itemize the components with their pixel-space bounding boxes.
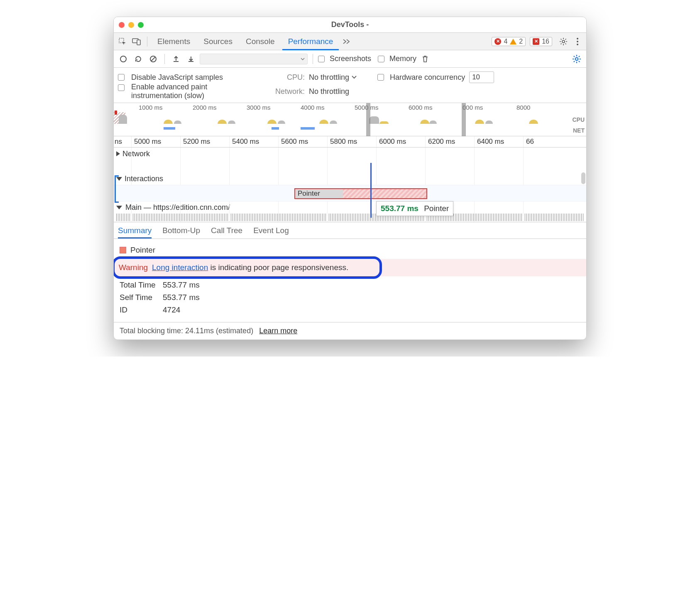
disable-js-checkbox[interactable]: Disable JavaScript samples	[118, 73, 259, 82]
tab-call-tree[interactable]: Call Tree	[211, 226, 242, 239]
checkbox-icon	[118, 84, 125, 91]
divider	[147, 37, 147, 47]
collapse-icon	[116, 177, 122, 181]
time-cursor[interactable]	[370, 163, 372, 218]
record-icon[interactable]	[117, 53, 130, 65]
tab-bottom-up[interactable]: Bottom-Up	[162, 226, 200, 239]
clear-icon[interactable]	[147, 53, 159, 65]
hover-tooltip: 553.77 ms Pointer	[376, 201, 453, 216]
devtools-tabbar: Elements Sources Console Performance ✕ 4…	[114, 33, 586, 50]
long-interaction-link[interactable]: Long interaction	[152, 263, 208, 272]
divider	[164, 54, 165, 64]
network-throttling-select[interactable]: No throttling	[309, 87, 349, 96]
trash-icon[interactable]	[419, 53, 431, 65]
svg-point-7	[120, 56, 126, 62]
interactions-lane[interactable]: Pointer 553.77 ms Pointer	[114, 185, 586, 202]
flame-ruler[interactable]: ns5000 ms 5200 ms5400 ms 5600 ms5800 ms …	[114, 136, 586, 148]
memory-label: Memory	[389, 54, 416, 63]
self-time-row: Self Time 553.77 ms	[120, 293, 580, 302]
interactions-track-header[interactable]: Interactions	[114, 172, 586, 185]
svg-point-3	[562, 40, 565, 43]
tab-event-log[interactable]: Event Log	[253, 226, 289, 239]
traffic-lights	[119, 22, 144, 28]
learn-more-link[interactable]: Learn more	[259, 327, 297, 335]
tab-summary[interactable]: Summary	[118, 226, 152, 239]
collapse-icon	[116, 206, 122, 209]
checkbox-icon	[318, 56, 325, 62]
footer: Total blocking time: 24.11ms (estimated)…	[114, 322, 586, 339]
tooltip-time: 553.77 ms	[381, 204, 419, 213]
id-row: ID 4724	[120, 305, 580, 315]
main-label: Main — https://edition.cnn.com/	[125, 203, 230, 212]
total-time-value: 553.77 ms	[163, 280, 200, 290]
hw-concurrency-checkbox[interactable]: Hardware concurrency	[377, 73, 465, 82]
interaction-pointer-event[interactable]: Pointer	[294, 188, 427, 199]
minimize-window-icon[interactable]	[128, 22, 134, 28]
tracks-area: Network Interactions Pointer 553.77 ms P…	[114, 148, 586, 222]
checkbox-icon	[378, 56, 384, 62]
net-lane-label: NET	[573, 127, 585, 134]
main-flame-preview[interactable]	[116, 214, 584, 221]
tab-performance[interactable]: Performance	[282, 33, 339, 50]
capture-settings: Disable JavaScript samples CPU: No throt…	[114, 68, 586, 103]
tooltip-label: Pointer	[424, 204, 449, 213]
upload-icon[interactable]	[170, 53, 182, 65]
id-key: ID	[120, 305, 157, 315]
hw-concurrency-input[interactable]: 10	[469, 71, 494, 83]
divider	[313, 54, 313, 64]
event-color-swatch	[120, 247, 126, 253]
cpu-value: No throttling	[309, 73, 349, 82]
warning-rest: is indicating poor page responsiveness.	[208, 263, 348, 272]
memory-checkbox[interactable]: Memory	[378, 54, 416, 63]
network-value: No throttling	[309, 87, 349, 96]
network-track-header[interactable]: Network	[114, 148, 586, 160]
devtools-window: DevTools - Elements Sources Console Perf…	[113, 17, 587, 340]
more-tabs-icon[interactable]	[340, 35, 353, 48]
cpu-overview	[114, 112, 570, 124]
capture-settings-gear-icon[interactable]	[570, 53, 583, 65]
advanced-paint-checkbox[interactable]: Enable advanced paint instrumentation (s…	[118, 83, 259, 100]
tab-elements[interactable]: Elements	[152, 33, 196, 50]
cpu-lane-label: CPU	[572, 116, 585, 123]
self-time-value: 553.77 ms	[163, 293, 200, 302]
event-name: Pointer	[130, 246, 155, 255]
reload-record-icon[interactable]	[132, 53, 144, 65]
gear-icon[interactable]	[557, 35, 570, 48]
pointer-event-label: Pointer	[295, 189, 343, 198]
kebab-icon[interactable]	[571, 35, 584, 48]
inspect-icon[interactable]	[116, 35, 129, 48]
warning-text: Long interaction is indicating poor page…	[152, 263, 348, 272]
console-counts[interactable]: ✕ 4 2	[492, 37, 526, 46]
cpu-throttling-select[interactable]: No throttling	[309, 73, 357, 82]
cpu-label: CPU:	[263, 73, 305, 82]
svg-point-4	[577, 38, 578, 39]
detail-tabs: Summary Bottom-Up Call Tree Event Log	[114, 222, 586, 239]
overview-window-left[interactable]	[366, 103, 370, 136]
maximize-window-icon[interactable]	[138, 22, 144, 28]
issues-icon: ✕	[533, 38, 539, 45]
network-label: Network	[122, 150, 150, 158]
perf-toolbar: Screenshots Memory	[114, 50, 586, 68]
device-toolbar-icon[interactable]	[130, 35, 143, 48]
overview-window-right[interactable]	[462, 103, 466, 136]
download-icon[interactable]	[185, 53, 197, 65]
tbt-text: Total blocking time: 24.11ms (estimated)	[120, 327, 253, 335]
issues-count: 16	[542, 38, 549, 45]
overview-ticks: 1000 ms2000 ms 3000 ms4000 ms 5000 ms600…	[114, 103, 586, 111]
selection-bracket	[115, 175, 116, 203]
id-value: 4724	[163, 305, 180, 315]
main-track-header[interactable]: Main — https://edition.cnn.com/	[114, 202, 586, 214]
net-overview	[114, 127, 570, 131]
advanced-paint-label: Enable advanced paint instrumentation (s…	[131, 83, 207, 100]
issues-badge[interactable]: ✕ 16	[530, 37, 552, 46]
recording-select[interactable]	[200, 54, 308, 64]
svg-line-9	[151, 57, 155, 61]
tab-console[interactable]: Console	[240, 33, 281, 50]
checkbox-icon	[118, 74, 125, 81]
tab-sources[interactable]: Sources	[198, 33, 238, 50]
close-window-icon[interactable]	[119, 22, 125, 28]
screenshots-checkbox[interactable]: Screenshots	[318, 54, 371, 63]
svg-point-5	[577, 41, 578, 42]
network-label: Network:	[263, 87, 305, 96]
timeline-overview[interactable]: 1000 ms2000 ms 3000 ms4000 ms 5000 ms600…	[114, 103, 586, 136]
